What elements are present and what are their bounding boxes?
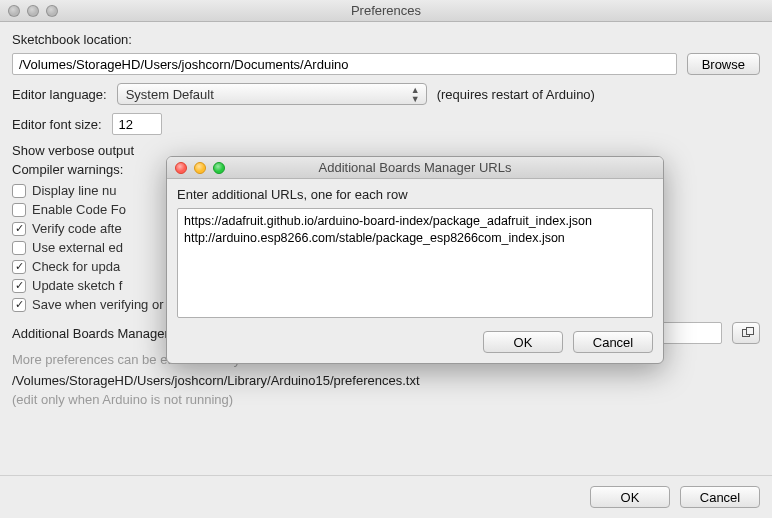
editor-language-value: System Default bbox=[126, 87, 214, 102]
editor-font-size-input[interactable] bbox=[112, 113, 162, 135]
sketchbook-path-input[interactable] bbox=[12, 53, 677, 75]
external-editor-checkbox[interactable] bbox=[12, 241, 26, 255]
additional-urls-dialog: Additional Boards Manager URLs Enter add… bbox=[166, 156, 664, 364]
window-title: Preferences bbox=[0, 3, 772, 18]
dialog-instruction: Enter additional URLs, one for each row bbox=[177, 187, 653, 202]
verify-code-label: Verify code afte bbox=[32, 221, 122, 236]
verify-code-checkbox[interactable] bbox=[12, 222, 26, 236]
dialog-cancel-button[interactable]: Cancel bbox=[573, 331, 653, 353]
expand-icon bbox=[742, 329, 750, 337]
save-on-verify-checkbox[interactable] bbox=[12, 298, 26, 312]
language-restart-hint: (requires restart of Arduino) bbox=[437, 87, 595, 102]
external-editor-label: Use external ed bbox=[32, 240, 123, 255]
editor-font-size-label: Editor font size: bbox=[12, 117, 102, 132]
edit-only-hint: (edit only when Arduino is not running) bbox=[12, 392, 760, 407]
main-footer: OK Cancel bbox=[0, 475, 772, 518]
additional-urls-textarea[interactable] bbox=[177, 208, 653, 318]
check-updates-label: Check for upda bbox=[32, 259, 120, 274]
sketchbook-label: Sketchbook location: bbox=[12, 32, 760, 47]
boards-urls-expand-button[interactable] bbox=[732, 322, 760, 344]
cancel-button[interactable]: Cancel bbox=[680, 486, 760, 508]
editor-language-select[interactable]: System Default ▲▼ bbox=[117, 83, 427, 105]
select-arrows-icon: ▲▼ bbox=[411, 86, 420, 104]
enable-code-folding-label: Enable Code Fo bbox=[32, 202, 126, 217]
update-sketch-label: Update sketch f bbox=[32, 278, 122, 293]
window-titlebar: Preferences bbox=[0, 0, 772, 22]
check-updates-checkbox[interactable] bbox=[12, 260, 26, 274]
enable-code-folding-checkbox[interactable] bbox=[12, 203, 26, 217]
display-line-numbers-label: Display line nu bbox=[32, 183, 117, 198]
dialog-title: Additional Boards Manager URLs bbox=[167, 160, 663, 175]
ok-button[interactable]: OK bbox=[590, 486, 670, 508]
update-sketch-checkbox[interactable] bbox=[12, 279, 26, 293]
editor-language-label: Editor language: bbox=[12, 87, 107, 102]
dialog-ok-button[interactable]: OK bbox=[483, 331, 563, 353]
display-line-numbers-checkbox[interactable] bbox=[12, 184, 26, 198]
prefs-file-path: /Volumes/StorageHD/Users/joshcorn/Librar… bbox=[12, 373, 760, 388]
browse-button[interactable]: Browse bbox=[687, 53, 760, 75]
compiler-warnings-label: Compiler warnings: bbox=[12, 162, 123, 177]
verbose-label: Show verbose output bbox=[12, 143, 134, 158]
dialog-titlebar: Additional Boards Manager URLs bbox=[167, 157, 663, 179]
